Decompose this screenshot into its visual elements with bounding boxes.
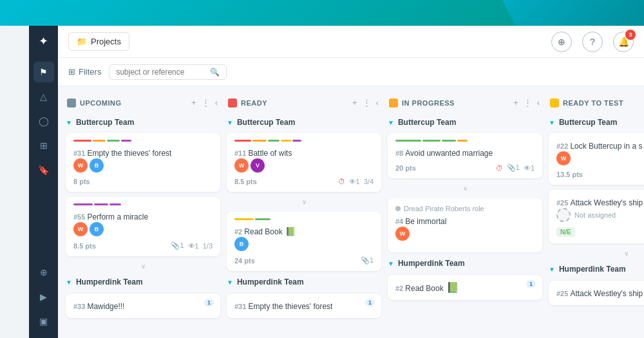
card-8-id: #8 bbox=[395, 149, 405, 157]
header-icons: ⊕ ? 🔔 3 bbox=[551, 32, 634, 52]
card-2-ready[interactable]: #2 Read Book 📗 B 24 pts 📎1 bbox=[227, 212, 381, 271]
card-11-color-bar bbox=[234, 140, 374, 142]
filter-button[interactable]: ⊞ Filters bbox=[68, 67, 101, 77]
ready-settings[interactable]: ⋮ bbox=[361, 97, 372, 109]
c11-yellow bbox=[281, 140, 291, 142]
team-buttercup-ready[interactable]: ▼ Buttercup Team bbox=[227, 117, 381, 128]
column-ready: READY + ⋮ ‹ ▼ Buttercup Team bbox=[227, 94, 381, 330]
in-progress-collapse-btn[interactable]: ∨ bbox=[388, 183, 542, 193]
notification-button[interactable]: 🔔 3 bbox=[613, 32, 634, 52]
eye-icon: 👁1 bbox=[188, 242, 199, 250]
color-bar-p3 bbox=[109, 203, 121, 205]
mini-card-2-ip[interactable]: 1 #2 Read Book 📗 bbox=[388, 274, 542, 300]
team-buttercup-ready-label: Buttercup Team bbox=[237, 118, 295, 127]
sidebar-item-list[interactable]: ▣ bbox=[33, 311, 54, 332]
mini-card-31-ready[interactable]: 1 #31 Empty the thieves' forest bbox=[227, 293, 381, 318]
c8-g3 bbox=[442, 140, 456, 142]
in-progress-indicator bbox=[389, 99, 398, 108]
clip-icon: 📎1 bbox=[171, 241, 184, 250]
card-11-id: #11 bbox=[234, 149, 248, 157]
column-header-in-progress: IN PROGRESS + ⋮ ‹ bbox=[388, 94, 542, 111]
upcoming-actions: + ⋮ ‹ bbox=[190, 97, 219, 109]
team-buttercup-in-progress[interactable]: ▼ Buttercup Team bbox=[388, 117, 542, 128]
chevron-rtt-icon: ▼ bbox=[549, 119, 555, 126]
sidebar-item-grid[interactable]: ⊞ bbox=[33, 135, 54, 156]
card-4-avatars: W bbox=[395, 227, 535, 241]
avatar-22: W bbox=[556, 151, 571, 165]
card-11-title: Battle of wits bbox=[248, 149, 292, 158]
sidebar-item-bookmark[interactable]: 🔖 bbox=[33, 160, 54, 180]
book-emoji: 📗 bbox=[285, 227, 296, 236]
sidebar-item-triangle[interactable]: △ bbox=[33, 86, 54, 107]
color-bar-orange bbox=[93, 140, 106, 142]
card-4-in-progress[interactable]: Dread Pirate Roberts role #4 Be immortal… bbox=[388, 198, 542, 252]
team-humperdink-in-progress[interactable]: ▼ Humperdink Team bbox=[388, 258, 542, 269]
avatar-11-2: V bbox=[251, 158, 265, 173]
column-header-upcoming: UPCOMING + ⋮ ‹ bbox=[66, 94, 220, 111]
mini-card-25-rtt[interactable]: #25 Attack Westley's ship bbox=[549, 280, 644, 305]
mini-card-33-id: #33 bbox=[73, 303, 87, 310]
c11-green bbox=[268, 140, 279, 142]
team-humperdink-upcoming[interactable]: ▼ Humperdink Team bbox=[66, 276, 220, 288]
card-22-id: #22 bbox=[556, 142, 570, 150]
projects-button[interactable]: 📁 Projects bbox=[68, 32, 129, 51]
ready-collapse[interactable]: ‹ bbox=[375, 97, 380, 109]
team-humperdink-rtt[interactable]: ▼ Humperdink Team bbox=[549, 263, 644, 275]
team-buttercup-rtt[interactable]: ▼ Buttercup Team bbox=[549, 117, 644, 128]
in-progress-add[interactable]: + bbox=[512, 97, 520, 109]
chevron-hump-ready: ▼ bbox=[227, 279, 233, 286]
ready-title: READY bbox=[241, 99, 347, 107]
mini-card-33-count: 1 bbox=[204, 299, 214, 306]
clip-2: 📎1 bbox=[361, 256, 374, 265]
avatar-b: B bbox=[90, 222, 104, 236]
team-buttercup-upcoming[interactable]: ▼ Buttercup Team bbox=[66, 117, 220, 128]
upcoming-settings[interactable]: ⋮ bbox=[200, 97, 211, 109]
card-31-upcoming[interactable]: #31 Empty the thieves' forest W B 8 pts bbox=[66, 133, 220, 192]
mini-card-33-title: Mawidge!!! bbox=[87, 302, 124, 311]
eye-11: 👁1 bbox=[349, 178, 360, 185]
unassigned-circle bbox=[556, 208, 571, 222]
mini-card-33[interactable]: 1 #33 Mawidge!!! bbox=[66, 293, 220, 318]
card-55-upcoming[interactable]: #55 Perform a miracle W B 8.5 pts 📎1 👁1 … bbox=[66, 197, 220, 256]
card-25-rtt[interactable]: #25 Attack Westley's ship Not assigned N… bbox=[549, 190, 644, 243]
card-31-title: Empty the thieves' forest bbox=[87, 149, 171, 158]
sidebar-item-pirate[interactable]: ⚑ bbox=[33, 62, 54, 82]
in-progress-settings[interactable]: ⋮ bbox=[522, 97, 533, 109]
card-4-title: Be immortal bbox=[405, 217, 446, 226]
team-buttercup-label: Buttercup Team bbox=[76, 118, 134, 127]
search-icon: 🔍 bbox=[210, 68, 220, 77]
card-31-color-bar bbox=[73, 140, 213, 142]
compass-button[interactable]: ⊕ bbox=[551, 32, 572, 52]
column-header-rtt: READY TO TEST + ⋮ ‹ bbox=[549, 94, 644, 111]
column-ready-to-test: READY TO TEST + ⋮ ‹ ▼ Buttercup Team #22… bbox=[549, 94, 644, 330]
card-55-meta: 📎1 👁1 1/3 bbox=[171, 241, 213, 250]
ready-add[interactable]: + bbox=[351, 97, 359, 109]
sidebar-item-video[interactable]: ▶ bbox=[33, 286, 54, 307]
sidebar-item-circle[interactable]: ◯ bbox=[33, 111, 54, 131]
rtt-title: READY TO TEST bbox=[563, 99, 644, 107]
in-progress-collapse[interactable]: ‹ bbox=[536, 97, 541, 109]
card-55-pts: 8.5 pts bbox=[73, 242, 96, 250]
card-31-pts: 8 pts bbox=[73, 178, 90, 185]
mini-book-emoji: 📗 bbox=[446, 282, 459, 293]
search-input[interactable] bbox=[116, 68, 206, 77]
team-humperdink-ready[interactable]: ▼ Humperdink Team bbox=[227, 276, 381, 288]
sidebar-item-search[interactable]: ⊕ bbox=[33, 262, 54, 283]
in-progress-actions: + ⋮ ‹ bbox=[512, 97, 541, 109]
upcoming-collapse-btn[interactable]: ∨ bbox=[66, 261, 220, 271]
avatar-w: W bbox=[73, 222, 88, 236]
card-11-ready[interactable]: #11 Battle of wits W V 8.5 pts ⏱ 👁1 3/4 bbox=[227, 133, 381, 192]
kanban-board: UPCOMING + ⋮ ‹ ▼ Buttercup Team bbox=[58, 86, 644, 338]
help-button[interactable]: ? bbox=[582, 32, 603, 52]
card-22-pts: 13.5 pts bbox=[556, 171, 583, 178]
avatar-2-1: B bbox=[234, 237, 249, 251]
timer-8: ⏱ bbox=[496, 164, 503, 172]
upcoming-collapse[interactable]: ‹ bbox=[214, 97, 219, 109]
rtt-collapse-btn[interactable]: ∨ bbox=[549, 249, 644, 258]
c2-green bbox=[255, 218, 270, 220]
ready-collapse-btn[interactable]: ∨ bbox=[227, 197, 381, 207]
chevron-hump-ip: ▼ bbox=[388, 260, 394, 267]
upcoming-add[interactable]: + bbox=[190, 97, 198, 109]
card-8-in-progress[interactable]: #8 Avoid unwanted marriage 20 pts ⏱ 📎1 👁… bbox=[388, 133, 542, 178]
card-22-rtt[interactable]: #22 Lock Buttercup in a s W 13.5 pts bbox=[549, 133, 644, 185]
